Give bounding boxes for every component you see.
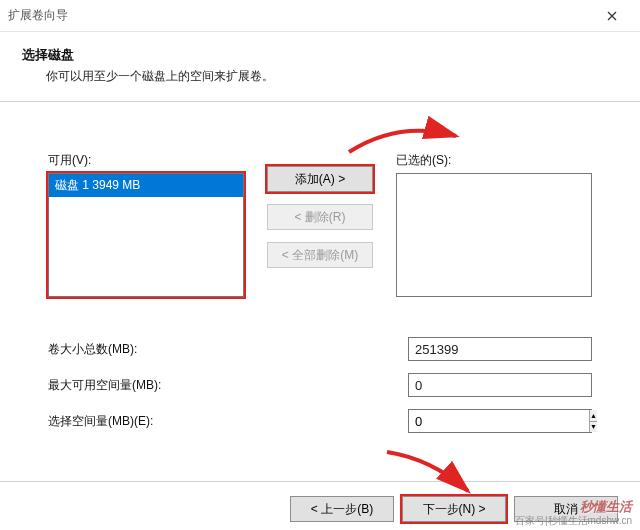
back-button[interactable]: < 上一步(B) bbox=[290, 496, 394, 522]
next-button[interactable]: 下一步(N) > bbox=[402, 496, 506, 522]
close-icon[interactable] bbox=[592, 0, 632, 31]
available-listbox[interactable]: 磁盘 1 3949 MB bbox=[48, 173, 244, 297]
spinner-up-icon[interactable]: ▲ bbox=[590, 410, 597, 422]
total-size-value bbox=[408, 337, 592, 361]
max-space-label: 最大可用空间量(MB): bbox=[48, 377, 408, 394]
total-size-label: 卷大小总数(MB): bbox=[48, 341, 408, 358]
selected-listbox[interactable] bbox=[396, 173, 592, 297]
page-heading: 选择磁盘 bbox=[22, 46, 618, 64]
choose-space-input[interactable]: ▲ ▼ bbox=[408, 409, 592, 433]
spinner-down-icon[interactable]: ▼ bbox=[590, 422, 597, 433]
remove-all-button: < 全部删除(M) bbox=[267, 242, 373, 268]
add-button[interactable]: 添加(A) > bbox=[267, 166, 373, 192]
selected-label: 已选的(S): bbox=[396, 152, 592, 169]
choose-space-field[interactable] bbox=[409, 410, 589, 432]
max-space-value bbox=[408, 373, 592, 397]
page-subheading: 你可以用至少一个磁盘上的空间来扩展卷。 bbox=[46, 68, 618, 85]
list-item[interactable]: 磁盘 1 3949 MB bbox=[49, 174, 243, 197]
choose-space-label: 选择空间量(MB)(E): bbox=[48, 413, 408, 430]
cancel-button[interactable]: 取消 bbox=[514, 496, 618, 522]
window-title: 扩展卷向导 bbox=[8, 7, 68, 24]
remove-button: < 删除(R) bbox=[267, 204, 373, 230]
available-label: 可用(V): bbox=[48, 152, 244, 169]
